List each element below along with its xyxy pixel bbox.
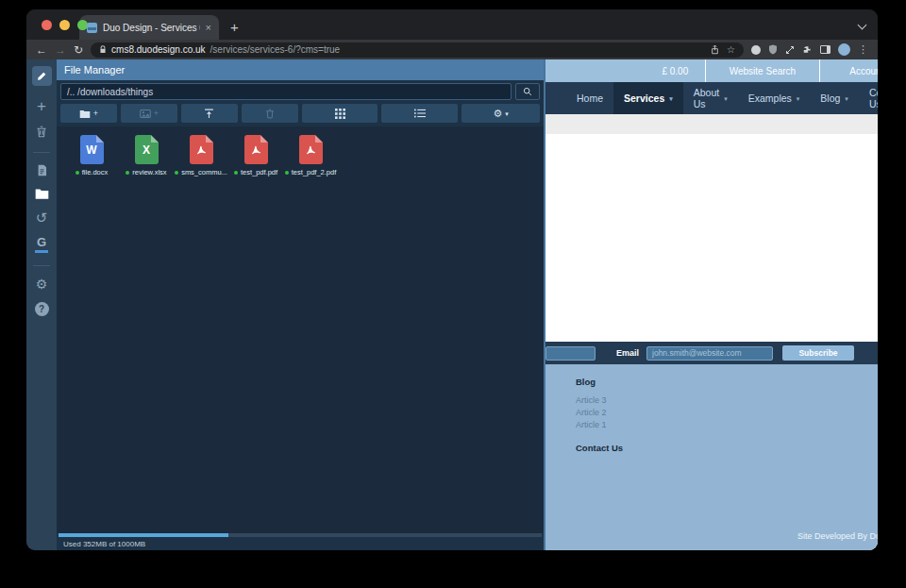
new-tab-button[interactable]: + (230, 19, 239, 40)
new-folder-button[interactable]: + (60, 104, 117, 123)
help-icon[interactable]: ? (35, 302, 49, 316)
page-header-strip (545, 114, 878, 134)
status-dot (126, 171, 129, 175)
settings-gear-icon[interactable]: ⚙ (36, 277, 48, 291)
bookmark-star-icon[interactable]: ☆ (727, 44, 735, 55)
grid-view-button[interactable] (302, 104, 378, 123)
footer-article-link[interactable]: Article 3 (576, 395, 878, 405)
profile-avatar[interactable] (838, 43, 850, 56)
add-plus-icon[interactable]: + (37, 98, 46, 114)
url-host: cms8.duodesign.co.uk (111, 44, 206, 55)
close-window-button[interactable] (42, 20, 52, 30)
nav-examples[interactable]: Examples▾ (738, 82, 811, 114)
pdf-file-icon (190, 135, 213, 164)
file-manager-panel: File Manager + + (57, 59, 545, 550)
extension-area: ⋮ (751, 43, 868, 56)
status-dot (76, 171, 79, 175)
reload-icon[interactable]: ↻ (74, 44, 83, 56)
chevron-down-icon: ▾ (797, 95, 800, 103)
path-input[interactable] (60, 83, 512, 100)
file-item[interactable]: test_pdf_2.pdf (288, 135, 333, 176)
site-credit: Site Developed By Duo (797, 531, 878, 541)
history-icon[interactable]: ↺ (36, 210, 48, 225)
site-main-nav: Home Services▾ About Us▾ Examples▾ Blog▾… (545, 82, 878, 114)
file-name: test_pdf.pdf (234, 168, 277, 176)
tab-close-icon[interactable]: × (206, 23, 211, 33)
nav-about-us[interactable]: About Us▾ (683, 82, 738, 114)
email-input[interactable] (646, 346, 773, 361)
browser-window: Duo Design - Services 6 × + ← → ↻ cms8.d… (26, 9, 878, 550)
file-grid: W file.docx X review.xlsx sms_commu... (57, 126, 544, 533)
chevron-down-icon: ▾ (669, 95, 673, 103)
back-icon[interactable]: ← (36, 44, 47, 56)
browser-menu-icon[interactable]: ⋮ (858, 43, 868, 56)
shield-icon[interactable] (768, 44, 778, 55)
forward-icon[interactable]: → (55, 44, 66, 56)
browser-tab[interactable]: Duo Design - Services 6 × (79, 15, 219, 40)
google-underline (35, 250, 48, 253)
upload-button[interactable] (181, 104, 238, 123)
minimize-window-button[interactable] (59, 20, 70, 30)
website-search-link[interactable]: Website Search (705, 59, 818, 82)
extension-circle-icon[interactable] (751, 45, 761, 55)
expand-arrows-icon[interactable] (785, 45, 795, 55)
file-manager-title: File Manager (57, 59, 544, 80)
sidebar-divider (33, 265, 50, 266)
url-path: /services/services-6/?cms=true (210, 44, 341, 55)
search-button[interactable] (515, 83, 540, 100)
file-item[interactable]: W file.docx (69, 135, 114, 176)
footer-contact-heading: Contact Us (576, 443, 878, 453)
nav-services[interactable]: Services▾ (613, 82, 683, 114)
cart-total[interactable]: £ 0.00 (545, 59, 705, 82)
footer-article-link[interactable]: Article 1 (576, 420, 878, 429)
name-input[interactable] (545, 346, 596, 361)
status-dot (234, 171, 238, 175)
side-panel-icon[interactable] (820, 45, 830, 54)
trash-icon[interactable] (36, 126, 47, 138)
email-label: Email (616, 348, 639, 358)
folder-icon[interactable] (35, 188, 49, 199)
file-manager-toolbar: + + ⚙ ▾ (57, 103, 544, 126)
footer-blog-heading: Blog (576, 377, 878, 387)
nav-contact-us[interactable]: Contact Us (859, 82, 878, 114)
nav-home[interactable]: Home (566, 82, 613, 114)
file-item[interactable]: sms_commu... (178, 135, 224, 176)
site-favicon (87, 23, 97, 33)
file-item[interactable]: X review.xlsx (124, 135, 169, 176)
path-row (57, 80, 544, 103)
share-icon[interactable] (711, 44, 719, 55)
subscribe-bar: Email Subscribe (545, 342, 878, 364)
file-item[interactable]: test_pdf.pdf (233, 135, 278, 176)
url-bar[interactable]: cms8.duodesign.co.uk /services/services-… (91, 42, 744, 58)
settings-dropdown-button[interactable]: ⚙ ▾ (461, 104, 540, 123)
status-dot (175, 171, 178, 175)
list-view-button[interactable] (381, 104, 458, 123)
content-area: + ↺ G ⚙ ? File Manager (26, 59, 878, 550)
add-file-button[interactable]: + (121, 104, 177, 123)
delete-button[interactable] (242, 104, 298, 123)
subscribe-button[interactable]: Subscribe (782, 345, 854, 361)
tab-search-chevron-icon[interactable] (858, 21, 867, 30)
tab-title: Duo Design - Services 6 (103, 23, 200, 33)
nav-blog[interactable]: Blog▾ (810, 82, 859, 114)
account-link[interactable]: Account (819, 59, 878, 82)
document-icon[interactable] (37, 164, 47, 176)
page-body (545, 134, 878, 342)
website-preview: £ 0.00 Website Search Account Home Servi… (545, 59, 878, 550)
lock-icon (99, 45, 107, 54)
chevron-down-icon: ▾ (845, 95, 848, 103)
storage-usage-text: Used 352MB of 1000MB (59, 537, 542, 550)
google-integration-icon[interactable]: G (35, 236, 48, 253)
status-dot (285, 171, 289, 175)
site-footer: Blog Article 3 Article 2 Article 1 Conta… (545, 364, 878, 550)
docx-file-icon: W (80, 135, 104, 164)
chevron-down-icon: ▾ (724, 95, 728, 103)
tab-strip: Duo Design - Services 6 × + (26, 9, 878, 40)
extensions-puzzle-icon[interactable] (802, 44, 813, 55)
file-name: sms_commu... (175, 168, 227, 176)
footer-article-link[interactable]: Article 2 (576, 408, 878, 417)
sidebar-divider (33, 152, 50, 153)
pdf-file-icon (244, 135, 268, 164)
pdf-file-icon (299, 135, 323, 164)
edit-pencil-button[interactable] (32, 66, 52, 86)
